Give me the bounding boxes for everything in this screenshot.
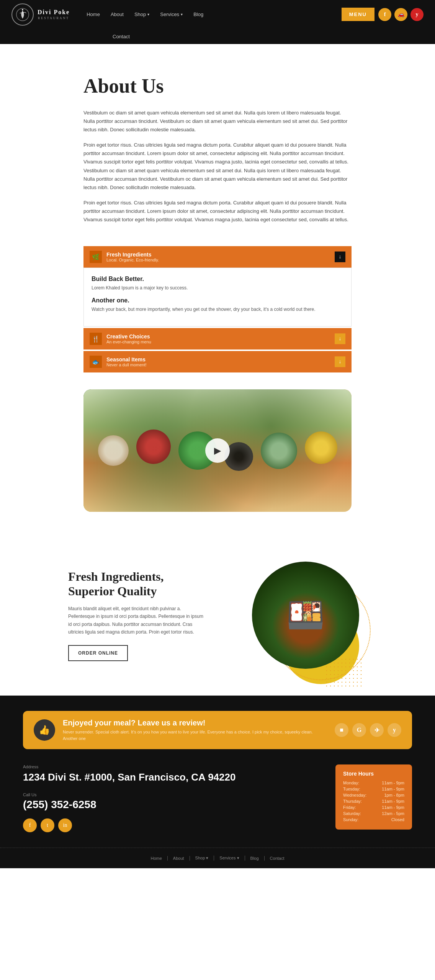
nav-home[interactable]: Home	[81, 11, 105, 17]
about-paragraph-3: Proin eget tortor risus. Cras ultricies …	[83, 199, 352, 224]
accordion-item-heading-2: Another one.	[92, 297, 343, 304]
navbar-right: MENU f 🚗 y	[342, 8, 424, 21]
accordion-arrow-seasonal[interactable]: ↓	[335, 356, 345, 367]
google-icon[interactable]: G	[352, 723, 366, 737]
accordion-title-seasonal: Seasonal Items	[106, 356, 147, 363]
accordion-section: 🌿 Fresh Ingredients Local. Organic. Eco-…	[76, 246, 359, 372]
accordion-header-left: 🌿 Fresh Ingredients Local. Organic. Eco-…	[90, 251, 159, 263]
review-title: Enjoyed your meal? Leave us a review!	[63, 719, 327, 727]
footer-link-shop[interactable]: Shop ▾	[190, 856, 214, 861]
hours-title: Store Hours	[343, 771, 404, 777]
hours-monday: Monday: 11am - 9pm	[343, 781, 404, 785]
footer-facebook-icon[interactable]: f	[23, 818, 37, 832]
hours-thursday: Thursday: 11am - 9pm	[343, 799, 404, 804]
seasonal-icon: 🐟	[90, 356, 102, 368]
logo-subtext: RESTAURANT	[38, 16, 70, 20]
footer-bottom-links: Home About Shop ▾ Services ▾ Blog Contac…	[145, 856, 289, 861]
footer-content: Address 1234 Divi St. #1000, San Francis…	[23, 764, 412, 832]
yelp-icon[interactable]: y	[410, 8, 424, 21]
hours-tuesday: Tuesday: 11am - 9pm	[343, 787, 404, 791]
about-paragraph-1: Vestibulum oc diam sit amet quam vehicul…	[83, 109, 352, 134]
hours-wednesday: Wednesday: 1pm - 8pm	[343, 793, 404, 797]
accordion-header-creative[interactable]: 🍴 Creative Choices An ever-changing menu…	[83, 328, 352, 350]
video-thumbnail[interactable]: ▶	[83, 389, 352, 512]
review-banner: 👍 Enjoyed your meal? Leave us a review! …	[23, 711, 412, 749]
spacer	[0, 527, 435, 542]
footer-link-about[interactable]: About	[168, 856, 190, 861]
footer-hours: Store Hours Monday: 11am - 9pm Tuesday: …	[335, 764, 412, 830]
nav-contact[interactable]: Contact	[107, 34, 135, 39]
footer-link-services[interactable]: Services ▾	[214, 856, 245, 861]
footer-address: 1234 Divi St. #1000, San Francisco, CA 9…	[23, 771, 312, 783]
footer-bottom: Home About Shop ▾ Services ▾ Blog Contac…	[0, 848, 435, 868]
accordion-subtitle-seasonal: Never a dull moment!	[106, 363, 147, 367]
phone-label: Call Us	[23, 792, 312, 797]
accordion-title-fresh: Fresh Ingredients	[106, 252, 159, 258]
review-subtitle: Never surrender. Special cloth alert. It…	[63, 729, 327, 742]
about-paragraph-2: Proin eget tortor risus. Cras ultricies …	[83, 141, 352, 192]
accordion-item-creative: 🍴 Creative Choices An ever-changing menu…	[83, 328, 352, 350]
nav-about[interactable]: About	[105, 11, 129, 17]
accordion-header-seasonal[interactable]: 🐟 Seasonal Items Never a dull moment! ↓	[83, 351, 352, 372]
logo-name: Divi Poke	[38, 8, 70, 16]
hours-saturday: Saturday: 12am - 5pm	[343, 811, 404, 816]
hours-friday: Friday: 11am - 9pm	[343, 805, 404, 810]
footer-twitter-icon[interactable]: t	[41, 818, 54, 832]
accordion-body-fresh: Build Back Better. Lorem Khaled Ipsum is…	[83, 268, 352, 327]
about-title: About Us	[83, 75, 352, 97]
footer-linkedin-icon[interactable]: in	[58, 818, 72, 832]
navbar-left: Divi Poke RESTAURANT Home About Shop Ser…	[11, 3, 209, 26]
ingredients-text: Fresh Ingredients, Superior Quality Maur…	[68, 569, 206, 661]
ingredients-image-area: 🍱	[229, 558, 367, 673]
creative-icon: 🍴	[90, 333, 102, 345]
svg-point-1	[22, 9, 23, 10]
review-text: Enjoyed your meal? Leave us a review! Ne…	[63, 719, 327, 742]
nav-links-top: Home About Shop Services Blog	[81, 11, 209, 17]
footer-link-contact[interactable]: Contact	[265, 856, 290, 861]
navbar-second-row: Contact	[0, 29, 435, 44]
tripadvisor-review-icon[interactable]: ✈	[370, 723, 384, 737]
nav-shop[interactable]: Shop	[129, 11, 155, 17]
food-image: 🍱	[252, 562, 359, 669]
accordion-item-heading-1: Build Back Better.	[92, 276, 343, 283]
accordion-subtitle-fresh: Local. Organic. Eco-friendly.	[106, 258, 159, 262]
accordion-title-creative: Creative Choices	[106, 333, 151, 340]
menu-button[interactable]: MENU	[342, 8, 374, 21]
footer: 👍 Enjoyed your meal? Leave us a review! …	[0, 696, 435, 848]
tripadvisor-icon[interactable]: 🚗	[394, 8, 407, 21]
accordion-subtitle-creative: An ever-changing menu	[106, 340, 151, 344]
fresh-icon: 🌿	[90, 251, 102, 263]
accordion-item-text-2: Watch your back, but more importantly, w…	[92, 306, 343, 313]
play-button[interactable]: ▶	[205, 438, 230, 463]
thumbs-up-icon: 👍	[39, 725, 50, 735]
facebook-icon[interactable]: f	[378, 8, 391, 21]
accordion-header-left-2: 🍴 Creative Choices An ever-changing menu	[90, 333, 151, 345]
accordion-arrow-creative[interactable]: ↓	[335, 333, 345, 344]
logo-icon	[11, 3, 34, 26]
foursquare-icon[interactable]: ■	[335, 723, 348, 737]
order-online-button[interactable]: ORDER ONLINE	[68, 645, 128, 661]
video-section: ▶	[76, 389, 359, 512]
accordion-arrow-fresh[interactable]: ↓	[335, 252, 345, 262]
accordion-header-fresh[interactable]: 🌿 Fresh Ingredients Local. Organic. Eco-…	[83, 246, 352, 268]
logo-area: Divi Poke RESTAURANT	[11, 3, 70, 26]
address-label: Address	[23, 764, 312, 769]
review-social-icons: ■ G ✈ y	[335, 723, 401, 737]
social-icons: f 🚗 y	[378, 8, 424, 21]
accordion-header-left-3: 🐟 Seasonal Items Never a dull moment!	[90, 356, 147, 368]
footer-link-blog[interactable]: Blog	[245, 856, 265, 861]
nav-services[interactable]: Services	[155, 11, 188, 17]
hours-sunday: Sunday: Closed	[343, 817, 404, 822]
ingredients-desc: Mauris blandit aliquet elit, eget tincid…	[68, 605, 206, 636]
accordion-item-fresh: 🌿 Fresh Ingredients Local. Organic. Eco-…	[83, 246, 352, 327]
navbar: Divi Poke RESTAURANT Home About Shop Ser…	[0, 0, 435, 29]
nav-blog[interactable]: Blog	[188, 11, 209, 17]
footer-left: Address 1234 Divi St. #1000, San Francis…	[23, 764, 312, 832]
yelp-review-icon[interactable]: y	[388, 723, 401, 737]
footer-link-home[interactable]: Home	[145, 856, 167, 861]
accordion-item-seasonal: 🐟 Seasonal Items Never a dull moment! ↓	[83, 351, 352, 372]
about-section: About Us Vestibulum oc diam sit amet qua…	[76, 75, 359, 224]
review-thumb: 👍	[34, 719, 55, 741]
ingredients-title: Fresh Ingredients, Superior Quality	[68, 569, 206, 599]
accordion-item-text-1: Lorem Khaled Ipsum is a major key to suc…	[92, 284, 343, 291]
